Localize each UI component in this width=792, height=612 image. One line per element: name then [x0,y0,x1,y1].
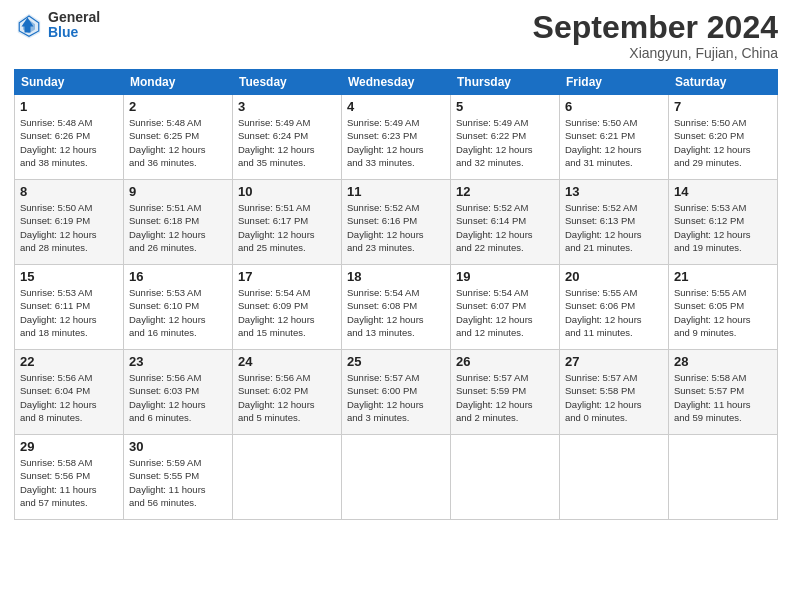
day-number-3: 3 [238,99,336,114]
day-info-16: Sunrise: 5:53 AMSunset: 6:10 PMDaylight:… [129,286,227,339]
logo-general: General [48,10,100,25]
day-number-20: 20 [565,269,663,284]
day-number-29: 29 [20,439,118,454]
day-info-7: Sunrise: 5:50 AMSunset: 6:20 PMDaylight:… [674,116,772,169]
day-number-30: 30 [129,439,227,454]
day-info-20: Sunrise: 5:55 AMSunset: 6:06 PMDaylight:… [565,286,663,339]
day-number-27: 27 [565,354,663,369]
day-number-15: 15 [20,269,118,284]
day-number-8: 8 [20,184,118,199]
day-cell-7: 7 Sunrise: 5:50 AMSunset: 6:20 PMDayligh… [669,95,778,180]
week-row-1: 1 Sunrise: 5:48 AMSunset: 6:26 PMDayligh… [15,95,778,180]
empty-cell-2 [342,435,451,520]
logo-blue: Blue [48,25,100,40]
day-number-11: 11 [347,184,445,199]
day-info-22: Sunrise: 5:56 AMSunset: 6:04 PMDaylight:… [20,371,118,424]
day-cell-27: 27 Sunrise: 5:57 AMSunset: 5:58 PMDaylig… [560,350,669,435]
day-number-21: 21 [674,269,772,284]
day-cell-20: 20 Sunrise: 5:55 AMSunset: 6:06 PMDaylig… [560,265,669,350]
location: Xiangyun, Fujian, China [533,45,778,61]
day-info-30: Sunrise: 5:59 AMSunset: 5:55 PMDaylight:… [129,456,227,509]
day-number-5: 5 [456,99,554,114]
day-cell-8: 8 Sunrise: 5:50 AMSunset: 6:19 PMDayligh… [15,180,124,265]
day-info-11: Sunrise: 5:52 AMSunset: 6:16 PMDaylight:… [347,201,445,254]
day-info-23: Sunrise: 5:56 AMSunset: 6:03 PMDaylight:… [129,371,227,424]
day-number-24: 24 [238,354,336,369]
day-number-14: 14 [674,184,772,199]
day-info-28: Sunrise: 5:58 AMSunset: 5:57 PMDaylight:… [674,371,772,424]
col-sunday: Sunday [15,70,124,95]
empty-cell-5 [669,435,778,520]
day-number-2: 2 [129,99,227,114]
day-number-22: 22 [20,354,118,369]
day-cell-4: 4 Sunrise: 5:49 AMSunset: 6:23 PMDayligh… [342,95,451,180]
day-cell-17: 17 Sunrise: 5:54 AMSunset: 6:09 PMDaylig… [233,265,342,350]
page-header: General Blue September 2024 Xiangyun, Fu… [14,10,778,61]
day-info-6: Sunrise: 5:50 AMSunset: 6:21 PMDaylight:… [565,116,663,169]
day-info-29: Sunrise: 5:58 AMSunset: 5:56 PMDaylight:… [20,456,118,509]
day-number-18: 18 [347,269,445,284]
logo-text: General Blue [48,10,100,41]
logo: General Blue [14,10,100,41]
day-cell-18: 18 Sunrise: 5:54 AMSunset: 6:08 PMDaylig… [342,265,451,350]
col-wednesday: Wednesday [342,70,451,95]
calendar-page: General Blue September 2024 Xiangyun, Fu… [0,0,792,612]
day-info-17: Sunrise: 5:54 AMSunset: 6:09 PMDaylight:… [238,286,336,339]
day-info-19: Sunrise: 5:54 AMSunset: 6:07 PMDaylight:… [456,286,554,339]
day-cell-11: 11 Sunrise: 5:52 AMSunset: 6:16 PMDaylig… [342,180,451,265]
day-info-27: Sunrise: 5:57 AMSunset: 5:58 PMDaylight:… [565,371,663,424]
day-cell-30: 30 Sunrise: 5:59 AMSunset: 5:55 PMDaylig… [124,435,233,520]
day-info-3: Sunrise: 5:49 AMSunset: 6:24 PMDaylight:… [238,116,336,169]
day-number-19: 19 [456,269,554,284]
title-section: September 2024 Xiangyun, Fujian, China [533,10,778,61]
day-info-21: Sunrise: 5:55 AMSunset: 6:05 PMDaylight:… [674,286,772,339]
day-number-9: 9 [129,184,227,199]
day-cell-28: 28 Sunrise: 5:58 AMSunset: 5:57 PMDaylig… [669,350,778,435]
day-info-12: Sunrise: 5:52 AMSunset: 6:14 PMDaylight:… [456,201,554,254]
col-monday: Monday [124,70,233,95]
day-cell-16: 16 Sunrise: 5:53 AMSunset: 6:10 PMDaylig… [124,265,233,350]
day-cell-6: 6 Sunrise: 5:50 AMSunset: 6:21 PMDayligh… [560,95,669,180]
week-row-3: 15 Sunrise: 5:53 AMSunset: 6:11 PMDaylig… [15,265,778,350]
day-info-9: Sunrise: 5:51 AMSunset: 6:18 PMDaylight:… [129,201,227,254]
day-cell-19: 19 Sunrise: 5:54 AMSunset: 6:07 PMDaylig… [451,265,560,350]
day-info-14: Sunrise: 5:53 AMSunset: 6:12 PMDaylight:… [674,201,772,254]
day-cell-24: 24 Sunrise: 5:56 AMSunset: 6:02 PMDaylig… [233,350,342,435]
col-tuesday: Tuesday [233,70,342,95]
day-number-10: 10 [238,184,336,199]
day-number-4: 4 [347,99,445,114]
empty-cell-1 [233,435,342,520]
day-number-26: 26 [456,354,554,369]
day-cell-9: 9 Sunrise: 5:51 AMSunset: 6:18 PMDayligh… [124,180,233,265]
day-cell-25: 25 Sunrise: 5:57 AMSunset: 6:00 PMDaylig… [342,350,451,435]
day-info-26: Sunrise: 5:57 AMSunset: 5:59 PMDaylight:… [456,371,554,424]
day-cell-21: 21 Sunrise: 5:55 AMSunset: 6:05 PMDaylig… [669,265,778,350]
day-info-1: Sunrise: 5:48 AMSunset: 6:26 PMDaylight:… [20,116,118,169]
day-info-24: Sunrise: 5:56 AMSunset: 6:02 PMDaylight:… [238,371,336,424]
day-cell-3: 3 Sunrise: 5:49 AMSunset: 6:24 PMDayligh… [233,95,342,180]
day-number-28: 28 [674,354,772,369]
day-info-2: Sunrise: 5:48 AMSunset: 6:25 PMDaylight:… [129,116,227,169]
day-cell-1: 1 Sunrise: 5:48 AMSunset: 6:26 PMDayligh… [15,95,124,180]
day-cell-23: 23 Sunrise: 5:56 AMSunset: 6:03 PMDaylig… [124,350,233,435]
day-cell-2: 2 Sunrise: 5:48 AMSunset: 6:25 PMDayligh… [124,95,233,180]
col-saturday: Saturday [669,70,778,95]
day-number-16: 16 [129,269,227,284]
empty-cell-4 [560,435,669,520]
day-cell-10: 10 Sunrise: 5:51 AMSunset: 6:17 PMDaylig… [233,180,342,265]
day-cell-12: 12 Sunrise: 5:52 AMSunset: 6:14 PMDaylig… [451,180,560,265]
calendar-table: Sunday Monday Tuesday Wednesday Thursday… [14,69,778,520]
day-info-8: Sunrise: 5:50 AMSunset: 6:19 PMDaylight:… [20,201,118,254]
week-row-4: 22 Sunrise: 5:56 AMSunset: 6:04 PMDaylig… [15,350,778,435]
day-number-7: 7 [674,99,772,114]
day-number-23: 23 [129,354,227,369]
day-info-15: Sunrise: 5:53 AMSunset: 6:11 PMDaylight:… [20,286,118,339]
week-row-5: 29 Sunrise: 5:58 AMSunset: 5:56 PMDaylig… [15,435,778,520]
day-number-1: 1 [20,99,118,114]
day-cell-14: 14 Sunrise: 5:53 AMSunset: 6:12 PMDaylig… [669,180,778,265]
empty-cell-3 [451,435,560,520]
day-number-17: 17 [238,269,336,284]
col-friday: Friday [560,70,669,95]
day-number-25: 25 [347,354,445,369]
day-number-13: 13 [565,184,663,199]
